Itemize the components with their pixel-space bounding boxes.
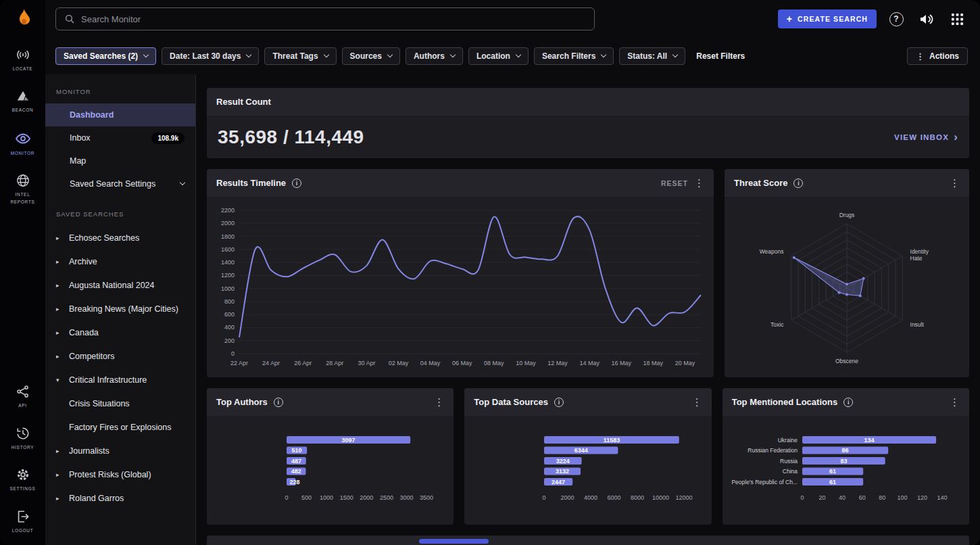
svg-text:0: 0 [800,494,804,501]
filter-bar: Saved Searches (2)Date: Last 30 daysThre… [45,38,980,74]
svg-text:2500: 2500 [380,494,393,501]
brand-flame-logo[interactable] [14,8,32,32]
chevron-right-icon [954,131,958,143]
svg-text:61: 61 [829,468,836,475]
result-count-value: 35,698 / 114,449 [218,126,364,148]
search-input[interactable] [81,14,586,24]
svg-text:487: 487 [291,458,301,465]
horizontal-scrollbar-thumb[interactable] [419,539,489,544]
actions-button[interactable]: Actions [907,47,968,65]
svg-text:140: 140 [937,494,947,501]
info-icon[interactable] [843,398,853,407]
chevron-right-icon: ▸ [56,471,62,478]
svg-text:10 May: 10 May [516,360,536,366]
filter-chip[interactable]: Location [468,47,529,65]
announcements-button[interactable] [916,8,937,30]
chevron-right-icon: ▸ [56,495,62,502]
info-icon[interactable] [793,179,803,188]
saved-search-child-item[interactable]: Factory Fires or Explosions [45,415,195,439]
kebab-menu-icon[interactable] [950,396,960,408]
chevron-down-icon [180,180,185,185]
saved-search-item[interactable]: ▸Echosec Searches [45,226,195,250]
svg-text:134: 134 [864,437,874,444]
saved-search-item[interactable]: ▸Canada [45,321,195,344]
filter-chip-label: Authors [414,51,445,61]
search-bar[interactable] [55,7,595,30]
rail-item-history[interactable]: HISTORY [3,426,43,451]
filter-chip[interactable]: Authors [406,47,463,65]
rail-item-monitor[interactable]: MONITOR [3,131,43,157]
svg-text:86: 86 [841,447,848,454]
rail-item-settings[interactable]: SETTINGS [3,467,43,492]
svg-text:40: 40 [839,494,846,501]
filter-chip-label: Sources [350,51,382,61]
filter-chip[interactable]: Saved Searches (2) [55,47,156,65]
svg-text:120: 120 [917,494,927,501]
svg-text:18 May: 18 May [643,360,664,366]
svg-text:12000: 12000 [676,494,693,501]
saved-search-item[interactable]: ▾Critical Infrastructure [45,368,195,392]
sidebar-item-map[interactable]: Map [45,149,195,172]
saved-search-item[interactable]: ▸Archive [45,250,195,273]
rail-item-locate[interactable]: LOCATE [3,47,43,72]
create-search-label: CREATE SEARCH [798,15,868,23]
filter-chip[interactable]: Sources [342,47,400,65]
top-authors-chart: 3097510487482228050010001500200025003000… [207,416,454,524]
apps-grid-icon [951,13,964,26]
saved-search-item[interactable]: ▸Protest Risks (Global) [45,463,195,486]
kebab-menu-icon[interactable] [694,177,704,189]
sidebar-item-dashboard[interactable]: Dashboard [45,103,195,126]
view-inbox-link[interactable]: VIEW INBOX [894,131,958,143]
filter-chip[interactable]: Search Filters [534,47,614,65]
saved-search-item[interactable]: ▸Augusta National 2024 [45,273,195,297]
result-count-header: Result Count [207,88,969,116]
chevron-right-icon: ▸ [56,353,62,360]
rail-item-logout[interactable]: LOGOUT [3,509,43,534]
sidebar-item-saved-search-settings[interactable]: Saved Search Settings [45,172,195,195]
rail-item-beacon[interactable]: BEACON [3,89,43,114]
info-icon[interactable] [274,398,283,407]
saved-search-item[interactable]: ▸Journalists [45,439,195,463]
threat-score-radar-chart: DrugsIdentityHateInsultObsceneToxicWeapo… [725,197,969,377]
help-button[interactable] [885,8,907,30]
kebab-menu-icon[interactable] [950,177,960,189]
apps-grid-button[interactable] [946,8,968,30]
svg-text:400: 400 [224,324,235,331]
svg-text:Weapons: Weapons [760,248,784,255]
rail-item-api[interactable]: API [3,384,43,409]
chevron-down-icon: ▾ [56,377,62,383]
reset-chart-button[interactable]: RESET [661,179,688,187]
chevron-right-icon: ▸ [56,282,62,289]
reset-filters-button[interactable]: Reset Filters [696,51,745,61]
rail-item-intel-reports[interactable]: INTEL REPORTS [3,173,43,206]
card-title: Threat Score [734,178,787,188]
saved-search-item[interactable]: ▸Competitors [45,344,195,368]
rail-item-label: API [18,402,27,409]
filter-chip[interactable]: Threat Tags [264,47,336,65]
saved-search-item[interactable]: ▸Breaking News (Major Cities) [45,297,195,321]
kebab-menu-icon[interactable] [434,396,444,408]
filter-chip[interactable]: Date: Last 30 days [162,47,259,65]
saved-search-child-item[interactable]: Crisis Situations [45,392,195,415]
create-search-button[interactable]: CREATE SEARCH [778,9,877,28]
svg-text:1400: 1400 [221,259,235,266]
kebab-menu-icon[interactable] [692,396,702,408]
info-icon[interactable] [292,179,301,188]
svg-text:200: 200 [224,337,235,344]
rail-item-label: INTEL REPORTS [7,191,39,206]
svg-text:08 May: 08 May [484,360,504,366]
saved-search-item[interactable]: ▸Roland Garros [45,486,195,510]
saved-search-label: Augusta National 2024 [69,281,154,290]
saved-search-label: Protest Risks (Global) [69,470,151,479]
svg-text:12 May: 12 May [547,360,568,366]
info-icon[interactable] [554,398,564,407]
sidebar: MONITOR DashboardInbox108.9kMapSaved Sea… [45,74,196,545]
svg-text:Ukraine: Ukraine [777,437,798,444]
chevron-right-icon: ▸ [56,448,62,454]
filter-chip[interactable]: Status: All [619,47,685,65]
saved-searches-list: ▸Echosec Searches▸Archive▸Augusta Nation… [45,226,195,510]
sidebar-item-inbox[interactable]: Inbox108.9k [45,126,195,149]
top-mentioned-locations-chart: 134Ukraine86Russian Federation83Russia61… [722,416,969,524]
card-title: Result Count [216,97,271,107]
saved-search-label: Competitors [69,352,114,361]
